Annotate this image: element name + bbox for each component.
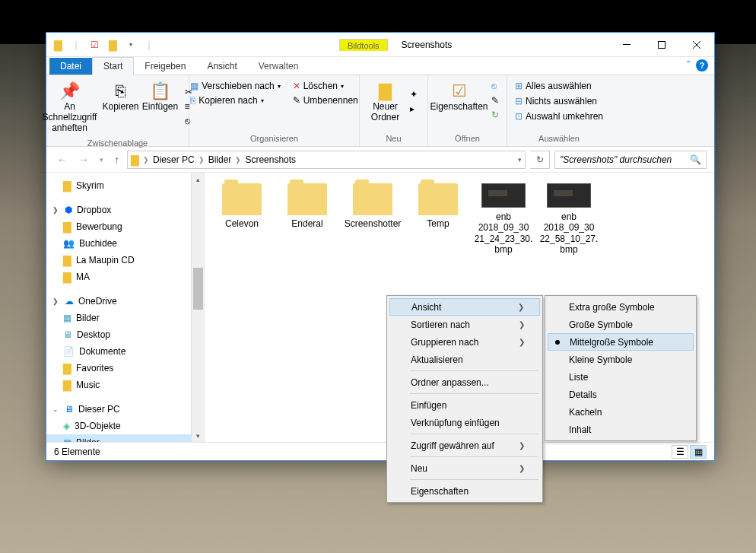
ctx-medium[interactable]: Mittelgroße Symbole [548, 333, 694, 351]
chevron-down-icon[interactable]: ⌄ [52, 405, 60, 413]
ctx-view[interactable]: Ansicht❯ [389, 298, 540, 316]
chevron-right-icon[interactable]: ❯ [143, 156, 149, 164]
close-button[interactable] [679, 33, 714, 56]
delete-button[interactable]: ✕ Löschen ▾ [291, 80, 361, 92]
properties-button[interactable]: ☑Eigenschaften [434, 80, 484, 121]
chevron-right-icon: ❯ [519, 338, 525, 346]
easyaccess-button[interactable]: ▸ [408, 103, 420, 115]
sidebar-item-dropbox[interactable]: ❯⬢Dropbox [46, 202, 204, 218]
chevron-right-icon[interactable]: ❯ [235, 156, 241, 164]
icons-view-button[interactable]: ▦ [690, 445, 707, 459]
folder-item[interactable]: Enderal [278, 183, 337, 256]
rename-button[interactable]: ✎ Umbenennen [291, 94, 361, 106]
folder-icon: ▇ [63, 271, 71, 283]
search-input[interactable]: "Screenshots" durchsuchen 🔍 [554, 151, 707, 169]
open-button[interactable]: ⎋ [489, 80, 501, 92]
ctx-new[interactable]: Neu❯ [389, 459, 540, 477]
ctx-tiles[interactable]: Kacheln [548, 403, 694, 421]
edit-button[interactable]: ✎ [489, 94, 501, 106]
tab-share[interactable]: Freigeben [134, 58, 196, 75]
sidebar-item-3dobjekte[interactable]: ◈3D-Objekte [46, 418, 204, 434]
folder-item[interactable]: Screenshotter [343, 183, 402, 256]
address-bar[interactable]: ▇ ❯ Dieser PC ❯ Bilder ❯ Screenshots ▾ [127, 151, 526, 169]
chevron-right-icon[interactable]: ❯ [199, 156, 205, 164]
sidebar-item-favorites[interactable]: ▇Favorites [46, 360, 204, 377]
ctx-sort[interactable]: Sortieren nach❯ [389, 316, 540, 333]
copy-button[interactable]: ⎘Kopieren [103, 80, 138, 134]
scroll-up-icon[interactable]: ▴ [192, 173, 204, 186]
search-icon[interactable]: 🔍 [690, 154, 701, 165]
folder-item[interactable]: Temp [408, 183, 468, 256]
ctx-small[interactable]: Kleine Symbole [548, 351, 694, 368]
sidebar-item-dieser-pc[interactable]: ⌄🖥Dieser PC [46, 401, 204, 418]
sidebar-item-dokumente[interactable]: 📄Dokumente [46, 343, 204, 360]
moveto-button[interactable]: ▦ Verschieben nach ▾ [188, 80, 282, 92]
ctx-paste: Einfügen [389, 396, 540, 414]
scroll-down-icon[interactable]: ▾ [192, 429, 204, 442]
sidebar-item-skyrim[interactable]: ▇Skyrim📌 [46, 177, 204, 194]
crumb-pc[interactable]: Dieser PC [153, 154, 195, 165]
invertsel-button[interactable]: ⊡ Auswahl umkehren [513, 110, 605, 122]
minimize-button[interactable] [609, 33, 644, 56]
tab-view[interactable]: Ansicht [196, 58, 247, 75]
address-dropdown-icon[interactable]: ▾ [518, 156, 522, 164]
chevron-right-icon[interactable]: ❯ [52, 206, 60, 214]
forward-button[interactable]: → [75, 154, 92, 166]
chevron-right-icon[interactable]: ❯ [52, 297, 60, 305]
ctx-details[interactable]: Details [548, 386, 694, 403]
crumb-screenshots[interactable]: Screenshots [245, 154, 296, 165]
details-view-button[interactable]: ☰ [672, 445, 688, 459]
selectnone-button[interactable]: ⊟ Nichts auswählen [513, 95, 605, 107]
qat-dropdown-icon[interactable]: ▾ [122, 37, 139, 53]
back-button[interactable]: ← [54, 154, 71, 166]
sidebar-item-desktop[interactable]: 🖥Desktop [46, 326, 204, 343]
ctx-list[interactable]: Liste [548, 368, 694, 386]
sidebar-item-onedrive[interactable]: ❯☁OneDrive [46, 293, 204, 310]
sidebar-item-bewerbung[interactable]: ▇Bewerbung [46, 218, 204, 235]
ctx-content[interactable]: Inhalt [548, 421, 694, 438]
tab-file[interactable]: Datei [49, 58, 92, 75]
sidebar-item-music[interactable]: ▇Music [46, 377, 204, 393]
newitem-button[interactable]: ✦ [408, 88, 420, 100]
sidebar-item-bilder2[interactable]: ▦Bilder [46, 434, 204, 442]
help-icon[interactable]: ? [696, 59, 708, 72]
sidebar-item-lamaupin[interactable]: ▇La Maupin CD [46, 252, 204, 269]
image-item[interactable]: enb 2018_09_30 22_58_10_27.bmp [539, 183, 599, 256]
copyto-button[interactable]: ⎘ Kopieren nach ▾ [188, 94, 282, 106]
scroll-thumb[interactable] [193, 268, 203, 310]
ctx-customize[interactable]: Ordner anpassen... [389, 373, 540, 391]
ribbon-tabs: Datei Start Freigeben Ansicht Verwalten … [46, 57, 714, 75]
tab-manage[interactable]: Verwalten [248, 58, 310, 75]
maximize-button[interactable] [644, 33, 679, 56]
qat-properties-icon[interactable]: ☑ [86, 37, 103, 53]
ribbon-collapse-icon[interactable]: ⌃ [685, 59, 691, 68]
folder-icon: ▇ [63, 362, 71, 374]
ctx-large[interactable]: Große Symbole [548, 316, 694, 333]
ctx-group[interactable]: Gruppieren nach❯ [389, 333, 540, 351]
crumb-bilder[interactable]: Bilder [208, 154, 232, 165]
tool-tab-bildtools[interactable]: Bildtools [339, 39, 388, 51]
ctx-properties[interactable]: Eigenschaften [389, 482, 540, 500]
paste-button[interactable]: 📋Einfügen [143, 80, 178, 134]
refresh-button[interactable]: ↻ [530, 151, 550, 169]
history-button[interactable]: ↻ [489, 109, 501, 121]
up-button[interactable]: ↑ [111, 154, 122, 166]
qat-newfolder-icon[interactable]: ▇ [104, 37, 121, 53]
image-item[interactable]: enb 2018_09_30 21_24_23_30.bmp [474, 183, 533, 256]
sidebar-item-ma[interactable]: ▇MA [46, 269, 204, 285]
selectall-button[interactable]: ⊞ Alles auswählen [513, 80, 605, 92]
folder-item[interactable]: Celevon [212, 183, 272, 256]
sidebar-item-buchidee[interactable]: 👥Buchidee [46, 235, 204, 252]
newfolder-button[interactable]: ▇Neuer Ordner [368, 80, 403, 123]
ctx-refresh[interactable]: Aktualisieren [389, 351, 540, 368]
tab-start[interactable]: Start [92, 57, 134, 75]
sidebar-item-bilder[interactable]: ▦Bilder [46, 310, 204, 326]
sidebar-scrollbar[interactable]: ▴ ▾ [191, 173, 204, 442]
ctx-grant-access[interactable]: Zugriff gewähren auf❯ [389, 437, 540, 454]
ctx-extra-large[interactable]: Extra große Symbole [548, 298, 694, 316]
pin-button[interactable]: 📌An Schnellzugriff anheften [41, 80, 99, 134]
folder-icon: ▇ [63, 221, 71, 233]
ctx-label: Extra große Symbole [569, 302, 655, 313]
svg-rect-0 [623, 44, 631, 45]
recent-dropdown[interactable]: ▾ [97, 156, 106, 164]
